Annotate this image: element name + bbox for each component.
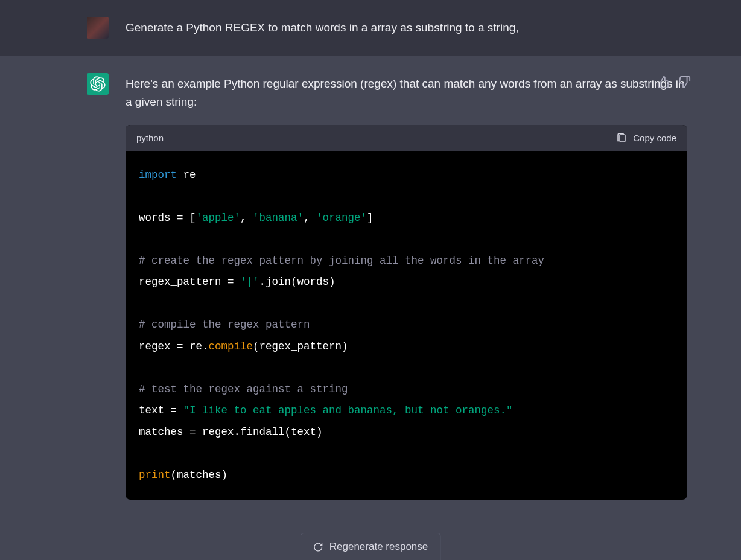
- code-header: python Copy code: [126, 125, 687, 151]
- user-message-text: Generate a Python REGEX to match words i…: [126, 17, 687, 39]
- thumbs-down-button[interactable]: [678, 75, 691, 89]
- assistant-avatar: [87, 73, 109, 95]
- code-content[interactable]: import re words = ['apple', 'banana', 'o…: [126, 151, 687, 500]
- code-language-label: python: [136, 131, 164, 145]
- copy-code-button[interactable]: Copy code: [616, 131, 676, 145]
- clipboard-icon: [616, 133, 627, 144]
- regenerate-button[interactable]: Regenerate response: [301, 533, 441, 560]
- user-message: Generate a Python REGEX to match words i…: [0, 0, 741, 56]
- user-avatar: [87, 17, 109, 39]
- copy-code-label: Copy code: [633, 131, 676, 145]
- openai-logo-icon: [90, 76, 106, 92]
- thumbs-up-icon: [657, 75, 670, 89]
- assistant-intro-text: Here's an example Python regular express…: [126, 75, 687, 112]
- thumbs-up-button[interactable]: [657, 75, 670, 89]
- regenerate-label: Regenerate response: [329, 541, 428, 553]
- code-block: python Copy code import re words = ['app…: [126, 125, 687, 500]
- assistant-message: Here's an example Python regular express…: [0, 56, 741, 560]
- thumbs-down-icon: [678, 75, 691, 89]
- svg-rect-0: [620, 135, 625, 142]
- refresh-icon: [313, 542, 323, 552]
- feedback-buttons: [657, 75, 691, 89]
